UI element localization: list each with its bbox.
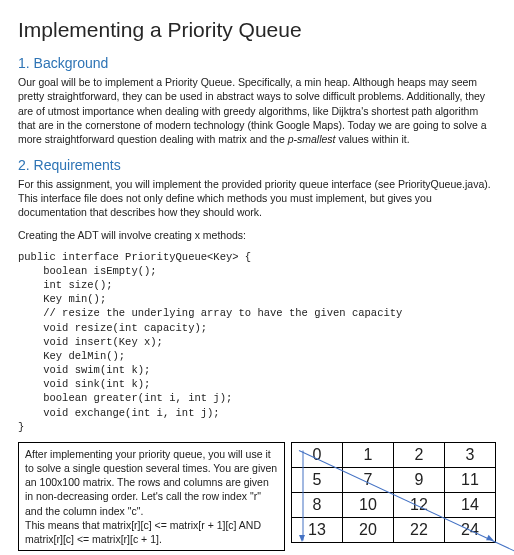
em-p-smallest: p-smallest xyxy=(288,133,336,145)
cell: 2 xyxy=(394,442,445,467)
table-row: 13 20 22 24 xyxy=(292,517,496,542)
background-paragraph: Our goal will be to implement a Priority… xyxy=(18,75,496,146)
cell: 1 xyxy=(343,442,394,467)
cell: 11 xyxy=(445,467,496,492)
requirements-p1: For this assignment, you will implement … xyxy=(18,177,496,220)
text: After implementing your priority queue, … xyxy=(25,448,277,517)
text: values within it. xyxy=(336,133,410,145)
table-row: 0 1 2 3 xyxy=(292,442,496,467)
cell: 8 xyxy=(292,492,343,517)
text: Our goal will be to implement a Priority… xyxy=(18,76,487,145)
cell: 5 xyxy=(292,467,343,492)
text: This means that matrix[r][c] <= matrix[r… xyxy=(25,519,261,545)
cell: 14 xyxy=(445,492,496,517)
matrix-wrap: 0 1 2 3 5 7 9 11 8 10 12 14 13 20 22 2 xyxy=(291,442,496,551)
cell: 9 xyxy=(394,467,445,492)
matrix-description-box: After implementing your priority queue, … xyxy=(18,442,285,551)
down-arrow-head xyxy=(299,535,305,542)
cell: 0 xyxy=(292,442,343,467)
cell: 20 xyxy=(343,517,394,542)
section-heading-requirements: 2. Requirements xyxy=(18,156,496,175)
requirements-p2: Creating the ADT will involve creating x… xyxy=(18,228,496,242)
section-heading-background: 1. Background xyxy=(18,54,496,73)
description-and-matrix-row: After implementing your priority queue, … xyxy=(18,442,496,551)
down-arrow-line xyxy=(303,450,304,540)
cell: 22 xyxy=(394,517,445,542)
page-title: Implementing a Priority Queue xyxy=(18,16,496,44)
cell: 10 xyxy=(343,492,394,517)
cell: 3 xyxy=(445,442,496,467)
table-row: 5 7 9 11 xyxy=(292,467,496,492)
code-block-interface: public interface PriorityQueue<Key> { bo… xyxy=(18,250,496,434)
cell: 7 xyxy=(343,467,394,492)
table-row: 8 10 12 14 xyxy=(292,492,496,517)
